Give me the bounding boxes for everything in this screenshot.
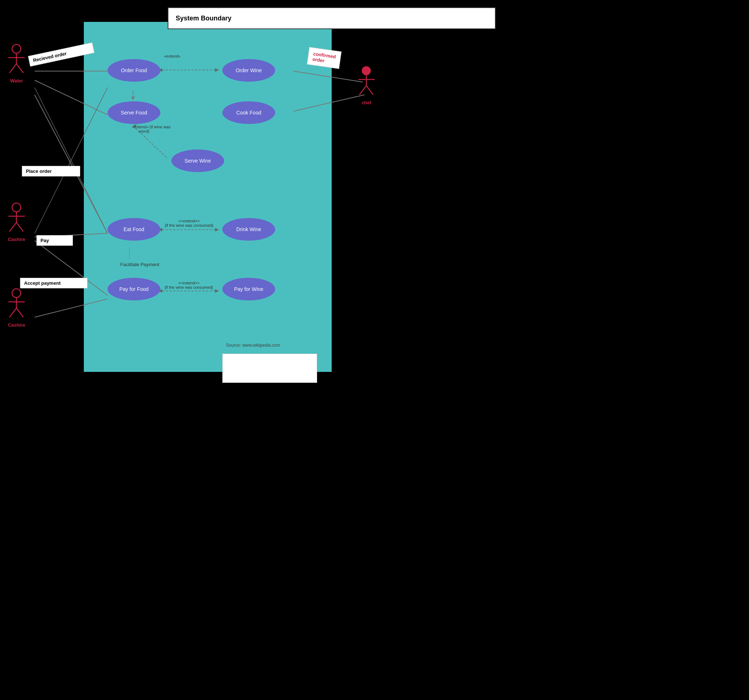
svg-line-28 xyxy=(17,64,23,73)
use-case-serve-food[interactable]: Serve Food xyxy=(107,101,160,124)
system-boundary-box: System Boundary xyxy=(168,7,496,29)
svg-line-33 xyxy=(17,222,23,231)
use-case-serve-wine[interactable]: Serve Wine xyxy=(171,150,224,172)
source-label: Source: www.wikipedia.com xyxy=(226,343,280,348)
svg-line-37 xyxy=(9,308,17,317)
extend-label-serve-wine: «extend» {if wine was orerd} xyxy=(132,125,171,133)
use-case-cook-food[interactable]: Cook Food xyxy=(222,101,275,124)
note-place-order: Place order xyxy=(22,166,80,176)
svg-line-42 xyxy=(359,86,366,95)
cashier2-label: Cashire xyxy=(8,322,26,328)
use-case-pay-for-wine[interactable]: Pay for Wine xyxy=(222,278,275,300)
svg-point-39 xyxy=(362,66,371,75)
system-boundary-label: System Boundary xyxy=(176,15,231,22)
note-pay: Pay xyxy=(37,235,73,246)
facilitate-payment-label: Facilitate Payment xyxy=(120,262,159,267)
use-case-eat-food[interactable]: Eat Food xyxy=(107,218,160,240)
waiter-label: Water xyxy=(10,78,23,83)
svg-point-24 xyxy=(12,44,21,53)
actor-cashier1: Cashire xyxy=(6,202,27,242)
actor-chef: chef xyxy=(356,66,376,106)
extend-label-order-wine: «extend» xyxy=(164,54,180,58)
cashier1-figure xyxy=(6,202,27,235)
svg-line-32 xyxy=(9,222,17,231)
cashier1-label: Cashire xyxy=(8,237,26,242)
use-case-drink-wine[interactable]: Drink Wine xyxy=(222,218,275,240)
use-case-order-food[interactable]: Order Food xyxy=(107,59,160,82)
note-accept-payment: Accept payment xyxy=(20,278,87,288)
chef-label: chef xyxy=(362,100,371,106)
cashier2-figure xyxy=(6,288,27,321)
extend-label-pay-wine: <<extend>>[if the wine was consumed] xyxy=(165,281,213,289)
use-case-pay-for-food[interactable]: Pay for Food xyxy=(107,278,160,300)
svg-line-38 xyxy=(17,308,23,317)
svg-point-34 xyxy=(12,289,21,297)
use-case-order-wine[interactable]: Order Wine xyxy=(222,59,275,82)
bottom-card xyxy=(222,354,317,383)
svg-line-43 xyxy=(366,86,373,95)
svg-line-27 xyxy=(9,64,17,73)
actor-cashier2: Cashire xyxy=(6,288,27,328)
chef-figure xyxy=(356,66,376,98)
confirmed-order-text: confirmedorder xyxy=(312,51,336,63)
extend-label-drink-wine: <<extend>>{if the wine was consumed} xyxy=(165,219,213,228)
svg-point-29 xyxy=(12,203,21,212)
waiter-figure xyxy=(6,44,27,77)
actor-waiter: Water xyxy=(6,44,27,83)
